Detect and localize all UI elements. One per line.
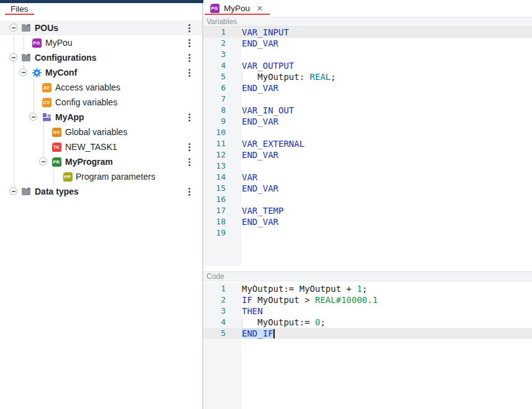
expand-toggle[interactable] [9,53,17,61]
app-window: Files POUsPGMyPouConfigurationsMyConfAVA… [0,0,532,409]
tree-item-access-variables[interactable]: AVAccess variables [0,80,202,95]
tab-mypou-label: MyPou [224,4,250,13]
line-number: 16 [203,194,241,205]
tree-item-mypou[interactable]: PGMyPou [0,35,202,50]
code-line: 12END_VAR [203,149,532,161]
code-line: 16 [203,194,532,205]
line-number: 19 [203,227,241,239]
gear-icon [32,68,42,77]
tree-item-myapp[interactable]: MyApp [0,110,202,125]
line-number: 18 [203,216,241,227]
tree-item-label: Access variables [55,80,120,95]
expand-toggle[interactable] [29,113,37,121]
code-line: 18END_VAR [203,216,532,227]
doc-icon: TK [51,142,61,152]
line-number: 14 [203,172,241,183]
tree-item-global-variables[interactable]: GVGlobal variables [0,125,202,139]
line-number: 1 [203,283,241,294]
line-number: 5 [203,71,241,82]
kebab-menu-icon[interactable] [186,113,193,122]
code-line: 5 MyOutput: REAL; [203,71,532,82]
tree-item-label: MyProgram [65,154,113,169]
code-line: 19 [203,227,532,239]
variables-editor[interactable]: 1VAR_INPUT2END_VAR34VAR_OUTPUT5 MyOutput… [203,27,532,266]
line-number: 1 [203,27,241,38]
app-icon [42,112,51,122]
kebab-menu-icon[interactable] [186,68,193,77]
tree-item-configurations[interactable]: Configurations [0,50,202,65]
code-line: 8VAR_IN_OUT [203,105,532,116]
line-number: 4 [203,317,241,328]
tree-item-pous[interactable]: POUs [0,20,202,35]
code-line: 5END_IF [203,328,532,339]
code-line: 4VAR_OUTPUT [203,60,532,71]
tree-item-label: MyConf [45,65,77,80]
code-editor[interactable]: 1MyOutput:= MyOutput + 1;2IF MyOutput > … [203,283,532,409]
tab-files-label: Files [11,4,29,14]
tree-item-label: Config variables [55,95,117,110]
tree-item-label: Program parameters [76,169,155,184]
pou-doc-icon: PG [210,4,219,14]
doc-icon: AV [42,82,51,92]
kebab-menu-icon[interactable] [186,187,193,196]
kebab-menu-icon[interactable] [186,53,193,63]
tab-files[interactable]: Files [5,3,34,15]
code-line: 1MyOutput:= MyOutput + 1; [203,283,532,294]
tree-item-program-parameters[interactable]: PPProgram parameters [0,169,202,184]
code-line: 2END_VAR [203,38,532,49]
code-line: 4 MyOutput:= 0; [203,317,532,328]
pou-doc-icon: PG [32,38,42,48]
kebab-menu-icon[interactable] [186,24,193,33]
code-line: 17VAR_TEMP [203,205,532,216]
line-number: 7 [203,94,241,105]
line-number: 8 [203,105,241,116]
pane-header-variables: Variables [203,17,532,27]
doc-icon: PR [51,157,61,167]
tree-item-myprogram[interactable]: PRMyProgram [0,154,202,169]
folder-icon [21,53,31,63]
tree-item-label: MyApp [55,110,84,125]
line-number: 12 [203,149,241,161]
expand-toggle[interactable] [9,187,17,195]
code-line: 14VAR [203,172,532,183]
line-number: 3 [203,306,241,317]
tab-close-icon[interactable]: × [257,4,262,13]
code-line: 11VAR_EXTERNAL [203,138,532,149]
expand-toggle[interactable] [9,24,17,32]
line-number: 13 [203,161,241,172]
text-caret [273,329,275,338]
code-line: 3THEN [203,306,532,317]
code-line: 1VAR_INPUT [203,27,532,38]
tree-item-data-types[interactable]: Data types [0,184,202,199]
tree-item-label: POUs [35,20,58,35]
line-number: 2 [203,294,241,306]
tree-item-label: Data types [35,184,79,199]
tree-item-new-task1[interactable]: TKNEW_TASK1 [0,139,202,154]
tree-item-label: Global variables [65,125,127,139]
line-number: 2 [203,38,241,49]
indent-guide [242,317,242,328]
tree-item-label: MyPou [45,35,73,50]
expand-toggle[interactable] [19,68,27,76]
code-line: 7 [203,94,532,105]
line-number: 17 [203,205,241,216]
doc-icon: CV [42,97,51,107]
kebab-menu-icon[interactable] [186,38,193,48]
kebab-menu-icon[interactable] [186,143,193,152]
line-number: 11 [203,138,241,149]
code-line: 3 [203,49,532,60]
tree-item-myconf[interactable]: MyConf [0,65,202,80]
code-line: 13 [203,161,532,172]
folder-icon [21,187,31,196]
line-number: 10 [203,127,241,138]
tab-mypou[interactable]: PG MyPou × [205,3,270,15]
code-line: 9END_VAR [203,116,532,127]
line-number: 3 [203,49,241,60]
line-number: 9 [203,116,241,127]
expand-toggle[interactable] [39,157,47,165]
line-number: 5 [203,328,241,339]
kebab-menu-icon[interactable] [186,157,193,167]
tree-item-label: NEW_TASK1 [65,139,117,154]
tree-item-config-variables[interactable]: CVConfig variables [0,95,202,110]
code-line: 6END_VAR [203,82,532,94]
